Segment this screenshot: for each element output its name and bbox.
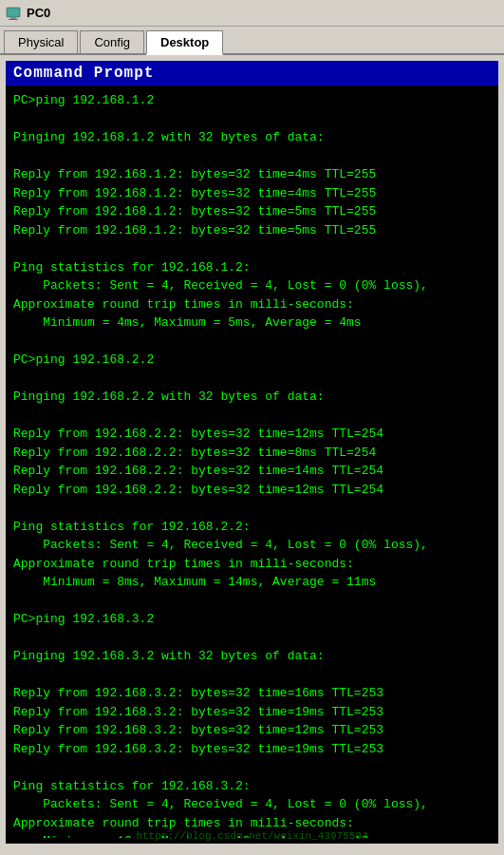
tab-bar: Physical Config Desktop [0, 27, 504, 55]
cmd-body[interactable]: PC>ping 192.168.1.2 Pinging 192.168.1.2 … [6, 86, 498, 838]
content-area: Command Prompt PC>ping 192.168.1.2 Pingi… [6, 61, 498, 844]
tab-config[interactable]: Config [80, 30, 144, 53]
svg-rect-0 [7, 8, 20, 17]
svg-rect-1 [10, 17, 16, 19]
svg-rect-2 [9, 19, 18, 20]
tab-desktop[interactable]: Desktop [146, 30, 223, 55]
title-bar: PC0 [0, 0, 504, 27]
tab-physical[interactable]: Physical [4, 30, 78, 53]
window-title: PC0 [27, 6, 50, 20]
computer-icon [6, 6, 21, 21]
cmd-title-bar: Command Prompt [6, 61, 498, 86]
watermark: https://blog.csdn.net/weixin_43975504 [6, 830, 498, 842]
